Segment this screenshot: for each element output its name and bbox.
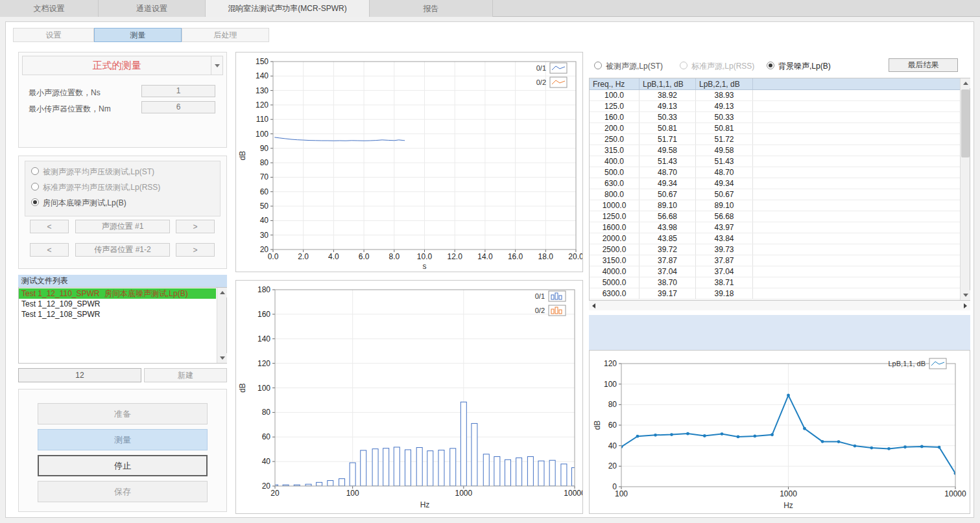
svg-text:120: 120: [257, 359, 270, 368]
measure-button[interactable]: 测量: [38, 429, 208, 450]
tab-postprocess[interactable]: 后处理: [182, 28, 269, 42]
table-header-filler: [753, 78, 960, 89]
measure-mode-dropdown[interactable]: 正式的测量: [22, 56, 223, 75]
table-cell: 49.13: [696, 101, 753, 111]
table-row[interactable]: 800.050.6750.67: [590, 189, 960, 200]
radio-result-lp-b[interactable]: [767, 62, 774, 69]
tab-document-settings[interactable]: 文档设置: [0, 0, 99, 17]
table-vscrollbar[interactable]: [960, 78, 970, 300]
table-row[interactable]: 2500.039.7239.73: [590, 244, 960, 255]
scroll-down-icon[interactable]: [961, 290, 970, 300]
svg-text:40: 40: [260, 216, 269, 225]
radio-lp-rss[interactable]: [31, 183, 39, 191]
table-row[interactable]: 200.050.8150.81: [590, 123, 960, 134]
radio-result-lp-rss[interactable]: [680, 62, 687, 69]
prepare-button[interactable]: 准备: [38, 403, 208, 424]
svg-text:100: 100: [604, 380, 617, 389]
tab-setup[interactable]: 设置: [13, 28, 94, 42]
table-cell: 1000.0: [590, 200, 639, 211]
scroll-up-icon[interactable]: [217, 288, 227, 297]
radio-lp-st[interactable]: [31, 167, 39, 175]
table-hscrollbar[interactable]: [589, 301, 970, 310]
source-pos-button[interactable]: 声源位置 #1: [75, 220, 170, 233]
table-cell: 50.33: [696, 112, 753, 122]
table-cell: 39.17: [639, 288, 696, 299]
new-file-button[interactable]: 新建: [144, 368, 227, 382]
tab-report[interactable]: 报告: [370, 0, 493, 17]
svg-text:180: 180: [257, 285, 270, 294]
table-row[interactable]: 1600.043.9843.97: [590, 222, 960, 233]
table-row[interactable]: 315.049.5849.58: [590, 145, 960, 156]
svg-text:0/1: 0/1: [536, 64, 546, 72]
file-list-item[interactable]: Test 1_12_109_SPWR: [19, 299, 216, 309]
table-cell: 89.10: [639, 200, 696, 211]
table-row[interactable]: 6300.039.1739.18: [590, 288, 960, 299]
file-list-items: Test 1_12_110_SPWR房间本底噪声测试,Lp(B)Test 1_1…: [19, 288, 216, 320]
table-row[interactable]: 160.050.3350.33: [590, 112, 960, 123]
tab-channel-settings[interactable]: 通道设置: [99, 0, 206, 17]
scroll-down-icon[interactable]: [217, 353, 227, 363]
table-cell: 56.68: [696, 211, 753, 222]
table-cell: 43.84: [696, 233, 753, 244]
svg-text:dB: dB: [238, 151, 247, 161]
mic-pos-button[interactable]: 传声器位置 #1-2: [75, 243, 170, 257]
radio-result-lp-st[interactable]: [594, 62, 602, 69]
mic-pos-prev-button[interactable]: <: [30, 243, 69, 257]
svg-text:0/2: 0/2: [535, 307, 545, 314]
file-list-item[interactable]: Test 1_12_110_SPWR房间本底噪声测试,Lp(B): [19, 288, 216, 299]
table-row[interactable]: 4000.037.0437.04: [590, 266, 960, 277]
final-result-button[interactable]: 最后结果: [889, 58, 958, 72]
file-number-field[interactable]: 12: [18, 368, 141, 382]
tab-measure[interactable]: 测量: [94, 28, 182, 42]
svg-text:120: 120: [604, 359, 617, 368]
scroll-right-icon[interactable]: [961, 301, 970, 310]
table-row[interactable]: 250.051.7151.72: [590, 134, 960, 145]
table-row[interactable]: 100.038.9238.93: [590, 90, 960, 101]
tab-mcr-spwr[interactable]: 混响室法测试声功率(MCR-SPWR): [206, 0, 370, 17]
radio-lp-b[interactable]: [31, 198, 39, 206]
table-row[interactable]: 1250.056.6856.68: [590, 211, 960, 222]
table-cell: 43.97: [696, 222, 753, 233]
table-cell: 630.0: [590, 178, 639, 189]
svg-text:20: 20: [608, 461, 617, 471]
ns-field[interactable]: 1: [141, 85, 215, 97]
table-cell: 5000.0: [590, 277, 639, 288]
source-pos-prev-button[interactable]: <: [30, 220, 69, 233]
svg-text:90: 90: [260, 144, 269, 153]
scroll-left-icon[interactable]: [589, 301, 599, 310]
file-list-item[interactable]: Test 1_12_108_SPWR: [19, 309, 216, 320]
table-cell: 800.0: [590, 189, 639, 200]
svg-text:16.0: 16.0: [508, 252, 523, 261]
svg-text:0/2: 0/2: [536, 78, 546, 86]
table-row[interactable]: 2000.043.8543.84: [590, 233, 960, 244]
source-pos-next-button[interactable]: >: [176, 220, 215, 233]
table-row[interactable]: 1000.089.1089.10: [590, 200, 960, 211]
save-button[interactable]: 保存: [38, 481, 208, 502]
scrollbar-thumb[interactable]: [961, 89, 970, 157]
spectrum-bar-panel: 2040608010012014016018020100100010000Hzd…: [235, 280, 583, 514]
svg-text:LpB,1,1, dB: LpB,1,1, dB: [889, 360, 926, 367]
table-row[interactable]: 3150.037.8737.87: [590, 255, 960, 266]
table-cell: 315.0: [590, 145, 639, 156]
stop-button[interactable]: 停止: [38, 455, 208, 476]
table-cell: 50.81: [639, 123, 696, 134]
nm-field[interactable]: 6: [141, 101, 215, 113]
table-header-lpb1[interactable]: LpB,1,1, dB: [639, 78, 696, 89]
svg-text:6.0: 6.0: [359, 252, 370, 261]
table-row[interactable]: 400.051.4351.43: [590, 156, 960, 167]
svg-text:10000: 10000: [944, 489, 966, 498]
table-header-lpb2[interactable]: LpB,2,1, dB: [696, 78, 753, 89]
table-row[interactable]: 630.049.3449.34: [590, 178, 960, 189]
table-row[interactable]: 5000.038.7038.71: [590, 277, 960, 288]
table-cell: 49.13: [639, 101, 696, 111]
table-row[interactable]: 125.049.1349.13: [590, 101, 960, 112]
table-cell: 50.67: [639, 189, 696, 200]
svg-text:150: 150: [256, 57, 269, 66]
scroll-up-icon[interactable]: [961, 78, 970, 88]
file-list-scrollbar[interactable]: [217, 288, 226, 363]
table-row[interactable]: 500.048.7048.70: [590, 167, 960, 178]
table-cell: 49.58: [639, 145, 696, 156]
table-header-freq[interactable]: Freq., Hz: [590, 78, 639, 89]
mic-pos-next-button[interactable]: >: [176, 243, 215, 257]
dropdown-arrow-icon[interactable]: [211, 56, 222, 75]
